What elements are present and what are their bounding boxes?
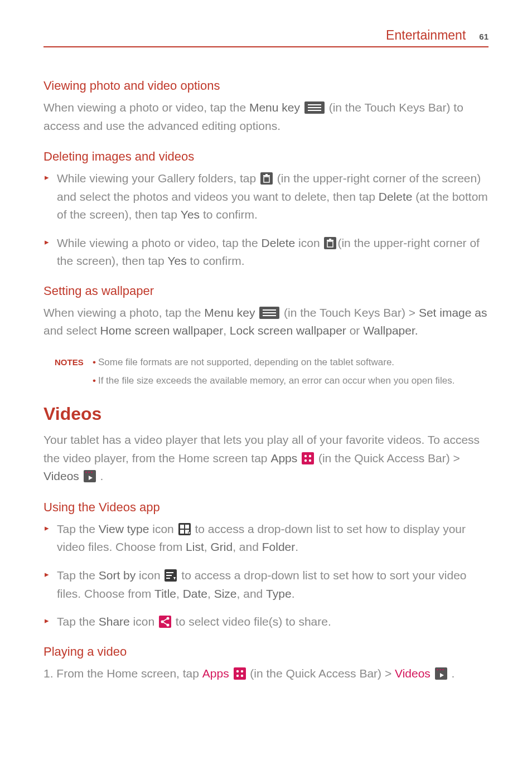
svg-rect-43 [234, 667, 246, 680]
bullet-view-type: Tap the View type icon to access a drop-… [43, 520, 489, 556]
text-bold: Sort by [99, 569, 136, 582]
svg-rect-16 [302, 452, 314, 464]
svg-rect-29 [180, 530, 184, 534]
apps-icon [234, 667, 246, 680]
text-bold: Menu key [204, 306, 255, 319]
text: . [295, 540, 298, 553]
bullet-dot-icon: • [93, 375, 96, 386]
svg-point-19 [304, 459, 307, 462]
svg-rect-33 [166, 572, 173, 573]
svg-rect-37 [159, 616, 171, 628]
text-bold: Apps [202, 667, 229, 680]
text: . [97, 469, 104, 482]
text: . [448, 667, 455, 680]
bullet-dot-icon: • [93, 357, 96, 367]
text-bold: Wallpaper. [363, 324, 418, 337]
text-bold: Lock screen wallpaper [230, 324, 346, 337]
apps-icon [302, 452, 314, 464]
text: Tap the [57, 522, 99, 535]
text: , and [237, 587, 267, 600]
text: If the file size exceeds the available m… [98, 375, 454, 386]
text-bold: View type [99, 522, 149, 535]
paragraph-videos: Your tablet has a video player that lets… [43, 431, 489, 486]
svg-rect-10 [327, 240, 333, 241]
page-header: Entertainment 61 [43, 28, 489, 47]
page-number: 61 [479, 32, 489, 41]
text: Some file formats are not supported, dep… [98, 357, 394, 367]
text-bold: Apps [270, 452, 297, 464]
svg-rect-13 [263, 309, 276, 311]
text: , [207, 587, 214, 600]
text: icon [149, 522, 177, 535]
svg-point-47 [240, 674, 243, 676]
svg-point-20 [309, 459, 311, 462]
text: to confirm. [200, 208, 258, 221]
svg-point-17 [304, 455, 307, 457]
bullet-delete-single: While viewing a photo or video, tap the … [43, 234, 489, 270]
text-bold: Yes [167, 254, 186, 267]
svg-rect-28 [185, 525, 189, 529]
text: From the Home screen, tap [56, 667, 202, 680]
view-type-icon [178, 523, 191, 535]
text-bold: Date [183, 587, 207, 600]
notes-label-spacer [55, 373, 93, 374]
note-1: NOTES •Some file formats are not support… [55, 355, 489, 370]
svg-rect-27 [180, 525, 184, 529]
share-icon [159, 616, 171, 628]
text: Tap the [57, 615, 99, 628]
text-bold: Home screen wallpaper [100, 324, 224, 337]
svg-rect-6 [263, 175, 270, 176]
text: and select [43, 324, 100, 337]
paragraph-viewing-options: When viewing a photo or video, tap the M… [43, 99, 489, 135]
svg-point-44 [236, 670, 238, 672]
heading-deleting: Deleting images and videos [43, 149, 489, 164]
text-bold: Yes [181, 208, 200, 221]
text-bold: Videos [43, 469, 79, 482]
text: icon [130, 615, 158, 628]
text: to confirm. [187, 254, 245, 267]
text: , [204, 540, 211, 553]
svg-point-46 [236, 674, 238, 676]
text-bold: Size [214, 587, 237, 600]
svg-rect-3 [308, 110, 321, 111]
heading-videos: Videos [43, 404, 489, 424]
text: , [176, 587, 183, 600]
trash-icon [324, 237, 336, 249]
svg-rect-34 [166, 575, 172, 576]
text: (in the Quick Access Bar) > [247, 667, 395, 680]
text-bold: Delete [262, 236, 296, 249]
text: or [346, 324, 363, 337]
bullet-sort-by: Tap the Sort by icon to access a drop-do… [43, 567, 489, 603]
svg-rect-14 [263, 312, 276, 313]
text: Tap the [57, 569, 99, 582]
text-bold: Set image as [419, 306, 487, 319]
step-1: 1. From the Home screen, tap Apps (in th… [43, 665, 489, 683]
videos-app-icon [84, 470, 96, 482]
text: (in the Quick Access Bar) > [315, 452, 460, 464]
text: , and [233, 540, 262, 553]
svg-point-45 [240, 670, 243, 672]
text: icon [295, 236, 323, 249]
text-bold: Grid [210, 540, 233, 553]
svg-point-18 [309, 455, 311, 457]
text-bold: List [186, 540, 204, 553]
text-magenta: Videos [395, 667, 431, 680]
text-bold-menu-key: Menu key [249, 101, 300, 114]
menu-icon [304, 101, 325, 114]
text-bold: Type [266, 587, 292, 600]
svg-rect-35 [166, 578, 170, 579]
svg-rect-15 [263, 315, 276, 316]
svg-rect-7 [265, 174, 268, 175]
text: to select video file(s) to share. [172, 615, 331, 628]
text: When viewing a photo or video, tap the [43, 101, 249, 114]
bullets-deleting: While viewing your Gallery folders, tap … [43, 170, 489, 270]
text: . [292, 587, 295, 600]
svg-rect-11 [329, 239, 331, 240]
heading-wallpaper: Setting as wallpaper [43, 284, 489, 298]
note-text-1: •Some file formats are not supported, de… [93, 355, 394, 370]
bullet-share: Tap the Share icon to select video file(… [43, 613, 489, 631]
header-section-title: Entertainment [386, 28, 466, 43]
text: While viewing your Gallery folders, tap [57, 172, 259, 185]
paragraph-wallpaper: When viewing a photo, tap the Menu key (… [43, 304, 489, 340]
document-page: Entertainment 61 Viewing photo and video… [0, 0, 532, 709]
